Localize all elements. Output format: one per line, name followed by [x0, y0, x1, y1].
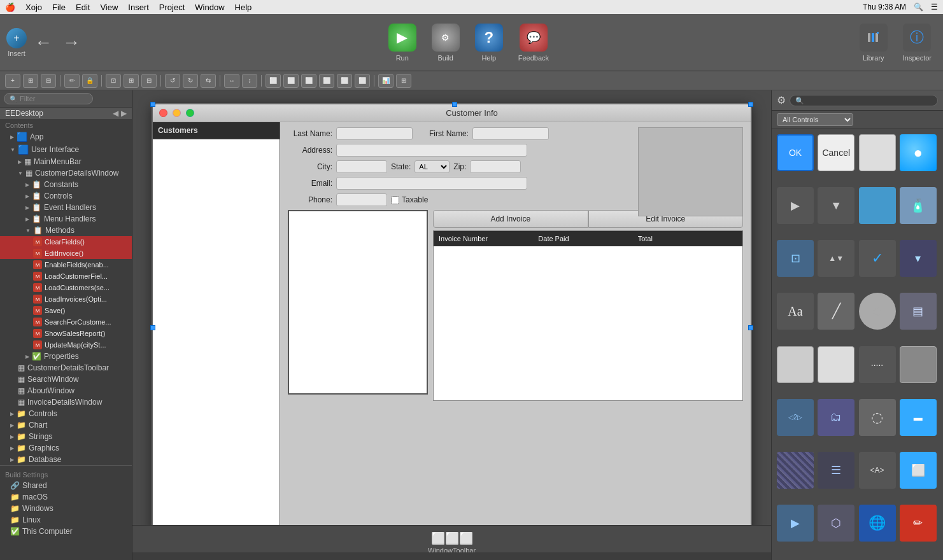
control-item-build-icon[interactable]: ✏ [900, 505, 937, 542]
control-item-square1[interactable] [777, 346, 814, 383]
menu-project[interactable]: Project [159, 3, 185, 12]
method-item-9[interactable]: MUpdateMap(citySt... [0, 339, 132, 351]
sidebar-left-arrow[interactable]: ◀ [113, 109, 118, 118]
sidebar-item-event-handlers[interactable]: ▶ 📋 Event Handlers [0, 202, 132, 213]
menu-help[interactable]: Help [235, 3, 252, 12]
address-input[interactable] [336, 144, 527, 157]
help-button[interactable]: ? Help [470, 21, 508, 64]
method-item-4[interactable]: MLoadCustomers(se... [0, 282, 132, 293]
frame-tool-btn[interactable]: ⊡ [106, 74, 121, 88]
control-item-line[interactable]: ╱ [818, 293, 854, 330]
sidebar-item-database[interactable]: ▶ 📁 Database [0, 454, 132, 465]
method-item-8[interactable]: MShowSalesReport() [0, 328, 132, 339]
control-item-striped[interactable] [777, 452, 814, 489]
size-match-btn[interactable]: ↔ [224, 74, 239, 88]
window-minimize-btn[interactable] [173, 109, 181, 117]
control-item-square2[interactable] [818, 346, 854, 383]
window-close-btn[interactable] [159, 109, 167, 117]
method-item-7[interactable]: MSearchForCustome... [0, 316, 132, 328]
table-tool-btn[interactable]: ⊟ [41, 74, 56, 88]
filter-input[interactable]: 🔍 Filter [4, 93, 93, 104]
menu-insert[interactable]: Insert [128, 3, 149, 12]
align-left-btn[interactable]: ⬜ [266, 74, 281, 88]
control-item-spinner[interactable]: ◌ [859, 399, 896, 436]
control-item-script-icon[interactable]: ⬡ [818, 505, 854, 542]
sidebar-item-constants[interactable]: ▶ 📋 Constants [0, 179, 132, 190]
handle-ml[interactable] [150, 325, 155, 330]
control-item-circle[interactable]: ○ [859, 293, 896, 330]
menu-edit[interactable]: Edit [76, 3, 90, 12]
sidebar-item-customerdetails[interactable]: ▼ ▦ CustomerDetailsWindow [0, 167, 132, 179]
control-item-font-label[interactable]: Aa [777, 293, 814, 330]
sidebar-app-title[interactable]: EEDesktop ◀ ▶ [0, 108, 132, 119]
size-h-btn[interactable]: ↕ [242, 74, 257, 88]
sidebar-item-mainmenubar[interactable]: ▶ ▦ MainMenuBar [0, 156, 132, 167]
control-item-text-area[interactable]: ▤ [900, 293, 937, 330]
last-name-input[interactable] [336, 127, 413, 140]
sidebar-item-chart[interactable]: ▶ 📁 Chart [0, 419, 132, 431]
control-item-desktop-icon[interactable]: ▬ [900, 399, 937, 436]
sidebar-item-macos[interactable]: 📁 macOS [0, 491, 132, 503]
forward-button[interactable]: → [60, 30, 83, 55]
rotate-r-btn[interactable]: ↻ [183, 74, 198, 88]
sidebar-item-methods[interactable]: ▼ 📋 Methods [0, 225, 132, 236]
control-item-play-button[interactable]: ▶ [777, 187, 814, 224]
sidebar-item-controls2[interactable]: ▶ 📁 Controls [0, 408, 132, 419]
control-item-default-button[interactable] [859, 134, 896, 171]
stack-tool-btn[interactable]: ⊟ [141, 74, 157, 88]
menu-window[interactable]: Window [195, 3, 224, 12]
pencil-tool-btn[interactable]: ✏ [64, 74, 80, 88]
invoice-table-body[interactable] [434, 246, 742, 400]
control-item-stepper[interactable]: ▲▼ [818, 240, 854, 277]
menu-xojo[interactable]: Xojo [25, 3, 42, 12]
method-item-5[interactable]: MLoadInvoices(Opti... [0, 293, 132, 305]
add-tool-btn[interactable]: + [5, 74, 20, 88]
panel-settings-icon[interactable]: ⚙ [777, 94, 786, 106]
build-button[interactable]: ⚙ Build [427, 21, 465, 64]
sidebar-item-searchwindow[interactable]: ▦ SearchWindow [0, 374, 132, 385]
chart-tool-btn[interactable]: 📊 [378, 74, 394, 88]
back-button[interactable]: ← [32, 30, 55, 55]
method-item-1[interactable]: MEditInvoice() [0, 248, 132, 259]
apple-menu[interactable]: 🍎 [5, 3, 15, 12]
sidebar-item-strings[interactable]: ▶ 📁 Strings [0, 431, 132, 442]
menu-view[interactable]: View [100, 3, 118, 12]
taxable-checkbox[interactable] [391, 196, 399, 204]
control-item-toggle-switch[interactable]: ⊡ [777, 240, 814, 277]
control-item-small-square[interactable] [900, 346, 937, 383]
add-invoice-button[interactable]: Add Invoice [433, 210, 588, 228]
align-top-btn[interactable]: ⬜ [319, 74, 334, 88]
sidebar-item-linux[interactable]: 📁 Linux [0, 514, 132, 526]
method-item-0[interactable]: MClearFields() [0, 236, 132, 248]
extra-tool-btn[interactable]: ⊞ [396, 74, 411, 88]
state-select[interactable]: AL [415, 160, 450, 173]
flip-h-btn[interactable]: ⇆ [201, 74, 216, 88]
sidebar-right-arrow[interactable]: ▶ [121, 109, 127, 118]
insert-nav-btn[interactable]: + Insert [6, 28, 27, 57]
control-item-image-well[interactable] [859, 187, 896, 224]
handle-tl[interactable] [150, 102, 155, 107]
lock-tool-btn[interactable]: 🔒 [82, 74, 97, 88]
sidebar-item-properties[interactable]: ▶ ✅ Properties [0, 351, 132, 362]
menu-file[interactable]: File [52, 3, 66, 12]
control-item-folder-icon[interactable]: 🗂 [818, 399, 854, 436]
handle-tr[interactable] [748, 102, 753, 107]
sidebar-item-menu-handlers[interactable]: ▶ 📋 Menu Handlers [0, 213, 132, 225]
sidebar-item-windows[interactable]: 📁 Windows [0, 503, 132, 514]
control-item-bottle-icon[interactable]: 🧴 [900, 187, 937, 224]
control-item-ok-button[interactable]: OK [777, 134, 814, 171]
method-item-6[interactable]: MSave() [0, 305, 132, 316]
method-item-3[interactable]: MLoadCustomerFiel... [0, 270, 132, 282]
phone-input[interactable] [336, 193, 387, 206]
control-item-combo-box[interactable]: ▾ [900, 240, 937, 277]
control-item-cancel-button[interactable]: Cancel [818, 134, 854, 171]
control-item-html-label[interactable]: <A> [859, 452, 896, 489]
email-input[interactable] [336, 177, 527, 190]
zip-input[interactable] [470, 160, 521, 173]
method-item-2[interactable]: MEnableFields(enab... [0, 259, 132, 270]
align-bottom-btn[interactable]: ⬜ [355, 74, 370, 88]
align-tool-btn[interactable]: ⊞ [124, 74, 139, 88]
search-menubar-icon[interactable]: 🔍 [914, 3, 923, 11]
sidebar-item-graphics[interactable]: ▶ 📁 Graphics [0, 442, 132, 454]
controls-dropdown[interactable]: All Controls [777, 113, 853, 126]
